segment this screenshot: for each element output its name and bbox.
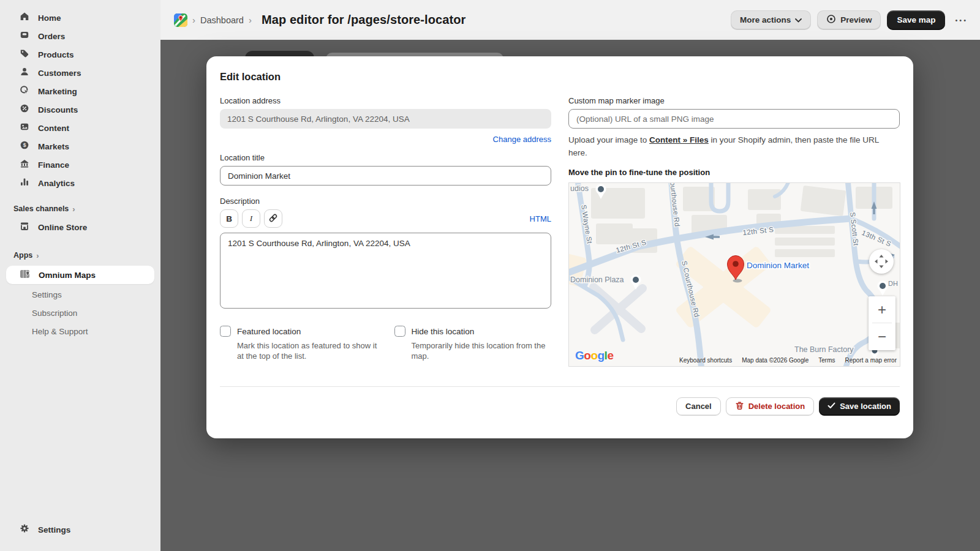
preview-button[interactable]: Preview xyxy=(817,10,881,30)
trash-icon xyxy=(735,401,744,412)
sidebar-item-online-store[interactable]: Online Store xyxy=(0,218,160,236)
sidebar-item-marketing[interactable]: Marketing xyxy=(0,82,160,100)
sidebar-item-label: Finance xyxy=(38,160,69,170)
link-button[interactable] xyxy=(264,209,282,228)
bold-button[interactable]: B xyxy=(220,209,238,228)
save-map-button[interactable]: Save map xyxy=(887,10,945,30)
delete-location-button[interactable]: Delete location xyxy=(726,397,814,416)
sidebar-item-label: Customers xyxy=(38,69,81,78)
sidebar-item-label: Online Store xyxy=(38,223,87,232)
discounts-icon xyxy=(20,103,29,116)
topbar: › Dashboard › Map editor for /pages/stor… xyxy=(160,0,980,40)
sidebar-item-finance[interactable]: Finance xyxy=(0,156,160,174)
chevron-right-icon: › xyxy=(36,251,39,260)
move-pin-label: Move the pin to fine-tune the position xyxy=(568,168,900,177)
breadcrumb-dashboard[interactable]: Dashboard xyxy=(200,15,244,25)
html-toggle-link[interactable]: HTML xyxy=(530,214,551,223)
analytics-icon xyxy=(20,177,29,189)
cancel-button[interactable]: Cancel xyxy=(676,397,721,416)
chevron-down-icon xyxy=(795,15,802,24)
markets-icon: $ xyxy=(20,140,29,152)
location-title-field[interactable] xyxy=(220,166,551,186)
overflow-menu-button[interactable]: ••• xyxy=(955,17,968,24)
report-map-error-link[interactable]: Report a map error xyxy=(845,357,897,364)
poi-label-burn-factory: The Burn Factory xyxy=(794,345,854,354)
svg-text:$: $ xyxy=(23,142,26,148)
description-textarea[interactable]: 1201 S Courthouse Rd, Arlington, VA 2220… xyxy=(220,233,551,309)
sidebar-item-content[interactable]: Content xyxy=(0,119,160,137)
sidebar-item-label: Settings xyxy=(38,525,70,534)
hide-location-group: Hide this location Temporarily hide this… xyxy=(394,326,552,361)
sidebar-subitem-settings[interactable]: Settings xyxy=(0,285,160,304)
marker-label: Dominion Market xyxy=(747,261,809,270)
google-map[interactable]: S Wayne St 12th St S 12th St S 13th St S… xyxy=(568,182,900,367)
location-title-label: Location title xyxy=(220,153,551,162)
sidebar-item-label: Content xyxy=(38,124,69,133)
zoom-out-button[interactable]: − xyxy=(869,323,895,350)
poi-label-studios: udios xyxy=(570,184,589,193)
marker-image-url-field[interactable] xyxy=(568,109,900,129)
modal-title: Edit location xyxy=(220,71,900,83)
save-location-button[interactable]: Save location xyxy=(819,397,900,416)
terms-link[interactable]: Terms xyxy=(818,357,835,364)
sidebar-item-discounts[interactable]: Discounts xyxy=(0,100,160,119)
map-roads: S Wayne St 12th St S 12th St S 13th St S… xyxy=(569,183,900,367)
google-logo[interactable]: Google xyxy=(575,349,613,362)
sidebar-section-apps[interactable]: Apps › xyxy=(0,246,160,264)
map-data-copyright: Map data ©2026 Google xyxy=(742,357,809,364)
poi-label-dh: DH xyxy=(888,280,898,287)
sidebar-item-label: Products xyxy=(38,50,74,59)
map-pan-control[interactable] xyxy=(869,249,894,274)
description-label: Description xyxy=(220,197,551,206)
location-address-label: Location address xyxy=(220,96,551,105)
breadcrumb-separator: › xyxy=(249,15,252,25)
featured-location-group: Featured location Mark this location as … xyxy=(220,326,377,361)
customers-icon xyxy=(20,67,29,79)
chevron-right-icon: › xyxy=(72,204,75,214)
maps-app-icon xyxy=(174,13,187,27)
products-icon xyxy=(20,48,29,61)
location-address-field[interactable] xyxy=(220,109,551,129)
gear-icon xyxy=(20,523,29,536)
sidebar-item-home[interactable]: Home xyxy=(0,9,160,27)
featured-location-checkbox[interactable] xyxy=(220,326,231,337)
sidebar-item-label: Orders xyxy=(38,32,65,41)
sidebar-item-label: Markets xyxy=(38,142,69,151)
orders-icon xyxy=(20,30,29,42)
content-files-link[interactable]: Content » Files xyxy=(649,135,709,144)
italic-button[interactable]: I xyxy=(242,209,260,228)
featured-location-help: Mark this location as featured to show i… xyxy=(237,340,377,361)
sidebar-item-label: Discounts xyxy=(38,105,78,114)
sidebar: Home Orders Products Customers Marketing… xyxy=(0,0,160,551)
sidebar-item-label: Analytics xyxy=(38,179,75,188)
marker-image-help: Upload your image to Content » Files in … xyxy=(568,134,900,160)
hide-location-checkbox[interactable] xyxy=(394,326,405,337)
map-zoom-control: + − xyxy=(869,296,895,350)
featured-location-label: Featured location xyxy=(237,327,301,336)
change-address-link[interactable]: Change address xyxy=(493,135,551,144)
marker-image-label: Custom map marker image xyxy=(568,96,900,105)
sidebar-item-customers[interactable]: Customers xyxy=(0,64,160,82)
sidebar-item-omnium-maps[interactable]: Omnium Maps xyxy=(6,266,154,284)
sidebar-subitem-subscription[interactable]: Subscription xyxy=(0,304,160,322)
chain-link-icon xyxy=(268,213,278,225)
breadcrumb-separator: › xyxy=(192,15,195,25)
more-actions-button[interactable]: More actions xyxy=(731,10,811,30)
sidebar-subitem-help-support[interactable]: Help & Support xyxy=(0,322,160,340)
store-icon xyxy=(20,221,29,233)
sidebar-item-settings[interactable]: Settings xyxy=(0,520,160,539)
map-attribution: Keyboard shortcuts Map data ©2026 Google… xyxy=(679,357,897,364)
zoom-in-button[interactable]: + xyxy=(869,296,895,323)
sidebar-item-label: Omnium Maps xyxy=(39,271,96,280)
sidebar-item-products[interactable]: Products xyxy=(0,45,160,64)
sidebar-item-markets[interactable]: $ Markets xyxy=(0,137,160,156)
sidebar-item-orders[interactable]: Orders xyxy=(0,27,160,45)
modal-right-column: Custom map marker image Upload your imag… xyxy=(568,96,900,367)
sidebar-section-sales-channels[interactable]: Sales channels › xyxy=(0,200,160,218)
keyboard-shortcuts-link[interactable]: Keyboard shortcuts xyxy=(679,357,732,364)
home-icon xyxy=(20,12,29,24)
sidebar-item-analytics[interactable]: Analytics xyxy=(0,174,160,192)
check-icon xyxy=(827,402,835,411)
content-icon xyxy=(20,122,29,134)
poi-label-dominion-plaza: Dominion Plaza xyxy=(570,276,624,284)
